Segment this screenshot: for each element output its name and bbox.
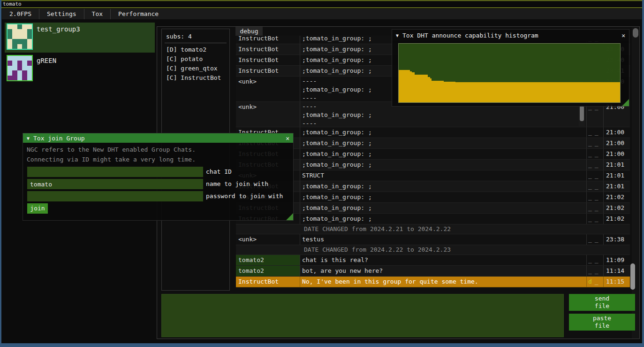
avatar-pixel [12, 76, 17, 80]
avatar-pixel [17, 66, 22, 70]
message-text: ;tomato_in_group: ; [300, 181, 587, 192]
join-button[interactable]: join [27, 203, 48, 214]
avatar-pixel [27, 56, 32, 61]
receipt-flag: _ [588, 214, 592, 224]
send-file-button[interactable]: send file [569, 294, 635, 311]
date-row[interactable]: DATE CHANGED from 2024.2.22 to 2024.2.23 [236, 245, 630, 255]
close-icon[interactable]: ✕ [621, 32, 625, 39]
join-password-label: password to join with [206, 191, 283, 201]
app-root: tomato 2.0FPSSettingsToxPerformance test… [0, 0, 644, 347]
message-row[interactable]: InstructBot;tomato_in_group: ;__21:00 [236, 138, 630, 149]
receipt-flags: __ [587, 192, 604, 202]
sidebar-item-test_group3[interactable]: test_group3 [5, 23, 155, 53]
avatar-pixels [8, 24, 32, 49]
menu-item-performance[interactable]: Performance [111, 9, 166, 19]
subs-member[interactable]: [D] tomato2 [162, 45, 229, 54]
avatar-pixel [17, 44, 22, 49]
chat-input[interactable] [161, 294, 564, 337]
avatar-pixel [27, 34, 32, 39]
paste-file-button[interactable]: paste file [569, 314, 635, 331]
message-row[interactable]: <unk>testus__23:38 [236, 234, 630, 245]
avatar-pixel [22, 56, 27, 61]
receipt-flag: _ [588, 234, 592, 245]
subs-member[interactable]: [C] green_qtox [162, 64, 229, 73]
resize-grip-icon[interactable] [286, 213, 293, 220]
message-row[interactable]: InstructBot;tomato_in_group: ;__21:02 [236, 203, 630, 214]
close-icon[interactable]: ✕ [286, 135, 289, 142]
avatar-pixel [12, 56, 17, 61]
join-name-input[interactable] [27, 179, 203, 189]
join-password-input[interactable] [27, 191, 203, 201]
fps-counter: 2.0FPS [2, 9, 39, 19]
receipt-flag: _ [588, 160, 592, 170]
histogram-title: Tox DHT announce capability histogram [402, 32, 538, 39]
avatar-pixel [8, 61, 12, 65]
timestamp: 21:02 [604, 214, 630, 224]
subs-member[interactable]: [C] InstructBot [162, 73, 229, 83]
message-row[interactable]: InstructBot;tomato_in_group: ;__21:00 [236, 127, 630, 138]
chat-scrollbar-track[interactable] [632, 27, 639, 339]
join-group-titlebar[interactable]: ▼ Tox join Group ✕ [23, 133, 293, 143]
message-row[interactable]: <unk>STRUCT__21:01 [236, 170, 630, 181]
paste-file-label: paste file [591, 315, 614, 330]
collapse-arrow-icon[interactable]: ▼ [27, 136, 30, 141]
receipt-flag: _ [588, 181, 592, 192]
tab-debug[interactable]: debug [235, 27, 263, 36]
avatar-pixel [8, 44, 12, 49]
message-row[interactable]: InstructBot;tomato_in_group: ;__21:01 [236, 181, 630, 192]
histogram-bar [444, 82, 455, 102]
message-row[interactable]: tomato2bot, are you new here?__11:14 [236, 266, 630, 277]
menu-item-settings[interactable]: Settings [39, 9, 84, 19]
avatar-pixel [17, 76, 22, 80]
chat-id-input[interactable] [27, 167, 203, 177]
menu-item-tox[interactable]: Tox [84, 9, 110, 19]
screen-border-bottom [0, 343, 644, 347]
screen-border-right [642, 0, 644, 347]
message-row[interactable]: InstructBotNo, I've been in this group f… [236, 277, 630, 287]
avatar-pixel [22, 44, 27, 49]
sidebar-item-gREEN[interactable]: gREEN [5, 54, 155, 81]
messages-scrollbar-thumb[interactable] [630, 263, 635, 290]
receipt-flag: _ [595, 192, 599, 202]
receipt-flag: _ [595, 266, 599, 276]
message-row[interactable]: InstructBot;tomato_in_group: ;__21:02 [236, 214, 630, 224]
receipt-flags: __ [587, 149, 604, 159]
message-row[interactable]: InstructBot;tomato_in_group: ;__21:02 [236, 192, 630, 203]
receipt-flags: __ [587, 234, 604, 245]
avatar-pixel [22, 76, 27, 80]
sender-name: <unk> [236, 234, 300, 245]
avatar-pixel [22, 29, 27, 34]
message-row[interactable]: InstructBot;tomato_in_group: ;__21:01 [236, 160, 630, 170]
receipt-flag: _ [595, 170, 599, 181]
avatar-pixel [22, 70, 27, 75]
resize-grip-icon[interactable] [622, 99, 629, 106]
send-file-label: send file [591, 295, 614, 310]
message-row[interactable]: InstructBot;tomato_in_group: ;__21:00 [236, 149, 630, 160]
chat-id-row: chat ID [27, 167, 232, 177]
subs-count: subs: 4 [162, 29, 229, 40]
message-text: ;tomato_in_group: ; [300, 127, 587, 138]
collapse-arrow-icon[interactable]: ▼ [396, 33, 399, 38]
histogram-window: ▼ Tox DHT announce capability histogram … [392, 29, 629, 107]
subs-member[interactable]: [C] potato [162, 54, 229, 64]
cell-scrollbar-thumb[interactable] [580, 106, 584, 121]
message-row[interactable]: tomato2chat is this real?__11:09 [236, 255, 630, 266]
sender-name: InstructBot [236, 66, 300, 76]
chat-scrollbar-thumb[interactable] [633, 28, 638, 38]
avatar-pixel [27, 70, 32, 75]
message-text: testus [300, 234, 587, 245]
receipt-flag: _ [595, 255, 599, 265]
histogram-titlebar[interactable]: ▼ Tox DHT announce capability histogram … [392, 30, 629, 41]
avatar-pixel [22, 39, 27, 44]
receipt-flag: _ [595, 181, 599, 192]
avatar-pixel [12, 70, 17, 75]
avatar-pixel [22, 24, 27, 29]
message-text: ;tomato_in_group: ; [300, 214, 587, 224]
avatar-pixel [12, 34, 17, 39]
date-row[interactable]: DATE CHANGED from 2024.2.21 to 2024.2.22 [236, 224, 630, 234]
sender-name: <unk> [236, 102, 300, 127]
receipt-flag: _ [588, 170, 592, 181]
message-text: ;tomato_in_group: ; [300, 138, 587, 148]
timestamp: 21:01 [604, 181, 630, 192]
receipt-flag: _ [595, 277, 599, 287]
